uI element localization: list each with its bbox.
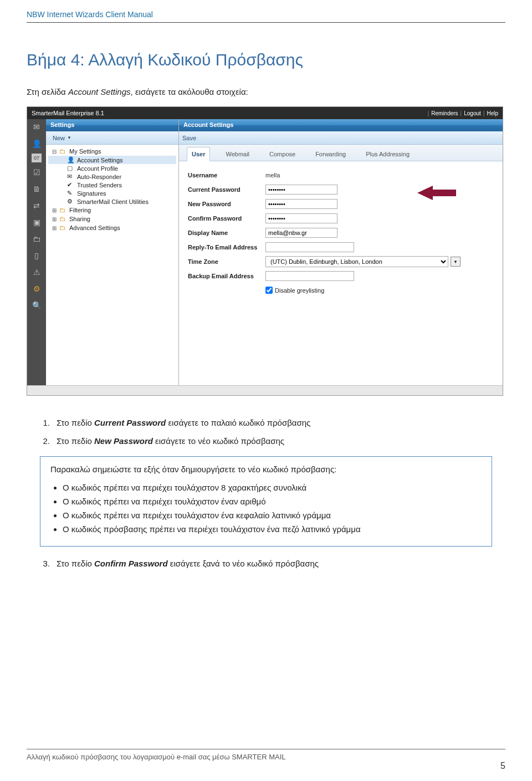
text: εισάγετε ξανά το νέο κωδικό πρόσβασης (168, 559, 319, 568)
rss-icon[interactable]: ▣ (29, 216, 44, 229)
field-name: Current Password (94, 418, 166, 427)
app-title: SmarterMail Enterprise 8.1 (32, 110, 104, 116)
tree-account-profile[interactable]: ▢Account Profile (48, 164, 176, 172)
tree-label: SmarterMail Client Utilities (77, 198, 149, 205)
new-password-label: New Password (188, 201, 265, 207)
tree-sharing[interactable]: ⊞🗀Sharing (48, 215, 176, 223)
settings-tree: ⊟🗀My Settings 👤Account Settings ▢Account… (46, 145, 178, 385)
instruction-list: 1. Στο πεδίο Current Password εισάγετε τ… (40, 417, 505, 447)
current-password-label: Current Password (188, 186, 265, 193)
tree-label: Advanced Settings (69, 224, 120, 231)
reminders-link[interactable]: Reminders (431, 110, 458, 116)
tree-filtering[interactable]: ⊞🗀Filtering (48, 206, 176, 215)
main-panel: Account Settings Save User Webmail Compo… (179, 119, 503, 385)
replyto-input[interactable] (265, 242, 354, 252)
chevron-down-icon[interactable]: ▼ (451, 257, 461, 267)
requirement-item: Ο κωδικός πρόσβασης πρέπει να περιέχει τ… (63, 523, 482, 535)
confirm-password-label: Confirm Password (188, 215, 265, 222)
instruction-item-3: 3. Στο πεδίο Confirm Password εισάγετε ξ… (40, 558, 505, 570)
disable-greylisting-checkbox[interactable] (265, 287, 273, 294)
display-name-label: Display Name (188, 229, 265, 236)
text: εισάγετε το νέο κωδικό πρόσβασης (153, 436, 284, 446)
page-footer: Αλλαγή κωδικού πρόσβασης του λογαριασμού… (27, 749, 505, 771)
app-titlebar: SmarterMail Enterprise 8.1 | Reminders |… (27, 107, 503, 119)
backup-email-input[interactable] (265, 271, 354, 281)
gear-icon[interactable]: ⚙ (29, 282, 44, 295)
display-name-input[interactable] (265, 228, 337, 238)
tree-account-settings[interactable]: 👤Account Settings (48, 156, 176, 164)
tabs-row: User Webmail Compose Forwarding Plus Add… (179, 145, 503, 161)
status-bar (27, 385, 503, 395)
tasks-icon[interactable]: ☑ (29, 166, 44, 179)
logout-link[interactable]: Logout (464, 110, 481, 116)
new-password-input[interactable] (265, 199, 337, 209)
form-area: Username mella Current Password New Pass… (179, 161, 503, 300)
help-link[interactable]: Help (487, 110, 498, 116)
arrow-annotation (417, 186, 456, 200)
intro-italic: Account Settings (68, 87, 131, 96)
field-name: New Password (94, 436, 153, 446)
username-label: Username (188, 172, 265, 178)
tab-compose[interactable]: Compose (265, 147, 300, 161)
save-button[interactable]: Save (182, 135, 196, 141)
tree-label: Account Settings (77, 157, 123, 164)
text: Στο πεδίο (57, 436, 94, 446)
field-name: Confirm Password (94, 559, 168, 568)
tab-forwarding[interactable]: Forwarding (311, 147, 350, 161)
tab-plus-addressing[interactable]: Plus Addressing (361, 147, 414, 161)
files-icon[interactable]: 🗀 (29, 232, 44, 246)
tree-label: Trusted Senders (77, 182, 122, 188)
instruction-item-1: 1. Στο πεδίο Current Password εισάγετε τ… (40, 417, 505, 430)
footer-text: Αλλαγή κωδικού πρόσβασης του λογαριασμού… (27, 753, 285, 761)
instruction-item-2: 2. Στο πεδίο New Password εισάγετε το νέ… (40, 435, 505, 448)
requirement-item: Ο κωδικός πρέπει να περιέχει τουλάχιστον… (63, 509, 482, 521)
new-label: New (53, 135, 65, 141)
reports-icon[interactable]: ▯ (29, 249, 44, 262)
tree-label: Auto-Responder (77, 173, 121, 180)
text: Στο πεδίο (57, 559, 94, 568)
intro-pre: Στη σελίδα (27, 87, 68, 96)
tab-webmail[interactable]: Webmail (221, 147, 254, 161)
timezone-select[interactable]: (UTC) Dublin, Edinburgh, Lisbon, London (265, 256, 448, 267)
tree-label: Signatures (77, 190, 106, 197)
tree-label: Filtering (69, 207, 91, 213)
tree-trusted-senders[interactable]: ✔Trusted Senders (48, 181, 176, 189)
chevron-down-icon: ▼ (67, 135, 71, 140)
current-password-input[interactable] (265, 185, 337, 195)
tree-my-settings[interactable]: ⊟🗀My Settings (48, 147, 176, 156)
tree-auto-responder[interactable]: ✉Auto-Responder (48, 172, 176, 181)
tree-label: My Settings (69, 148, 101, 155)
header-rule (27, 22, 505, 23)
tree-label: Account Profile (77, 165, 118, 172)
requirement-item: Ο κωδικός πρέπει να περιέχει τουλάχιστον… (63, 482, 482, 493)
tab-user[interactable]: User (187, 147, 210, 161)
mail-icon[interactable]: ✉ (29, 120, 44, 134)
replyto-label: Reply-To Email Address (188, 244, 265, 251)
tree-label: Sharing (69, 216, 90, 222)
new-button[interactable]: New ▼ (49, 134, 75, 142)
settings-sidebar: Settings New ▼ ⊟🗀My Settings 👤Account Se… (46, 119, 179, 385)
requirement-item: Ο κωδικός πρέπει να περιέχει τουλάχιστον… (63, 496, 482, 507)
text: εισάγετε το παλαιό κωδικό πρόσβασης (166, 418, 310, 427)
tree-signatures[interactable]: ✎Signatures (48, 189, 176, 197)
smartermail-screenshot: SmarterMail Enterprise 8.1 | Reminders |… (27, 106, 503, 396)
requirements-list: Ο κωδικός πρέπει να περιέχει τουλάχιστον… (50, 482, 482, 535)
instruction-list-cont: 3. Στο πεδίο Confirm Password εισάγετε ξ… (40, 558, 505, 570)
contact-icon[interactable]: 👤 (29, 137, 44, 150)
search-icon[interactable]: 🔍 (29, 299, 44, 312)
tree-advanced-settings[interactable]: ⊞🗀Advanced Settings (48, 223, 176, 232)
confirm-password-input[interactable] (265, 213, 337, 223)
footer-rule (27, 749, 505, 749)
page-number: 5 (27, 761, 505, 771)
tree-client-utilities[interactable]: ⚙SmarterMail Client Utilities (48, 197, 176, 206)
sync-icon[interactable]: ⇄ (29, 199, 44, 212)
document-header: NBW Internet Wizards Client Manual (27, 10, 505, 22)
alerts-icon[interactable]: ⚠ (29, 266, 44, 279)
notes-icon[interactable]: 🗎 (29, 182, 44, 196)
password-requirements-box: Παρακαλώ σημειώστε τα εξής όταν δημιουργ… (40, 456, 492, 547)
step-title: Βήμα 4: Αλλαγή Κωδικού Πρόσβασης (27, 50, 505, 69)
sidebar-title: Settings (46, 119, 178, 131)
calendar-icon[interactable]: 07 (32, 154, 42, 162)
username-value: mella (265, 172, 280, 178)
main-panel-title: Account Settings (179, 119, 503, 131)
